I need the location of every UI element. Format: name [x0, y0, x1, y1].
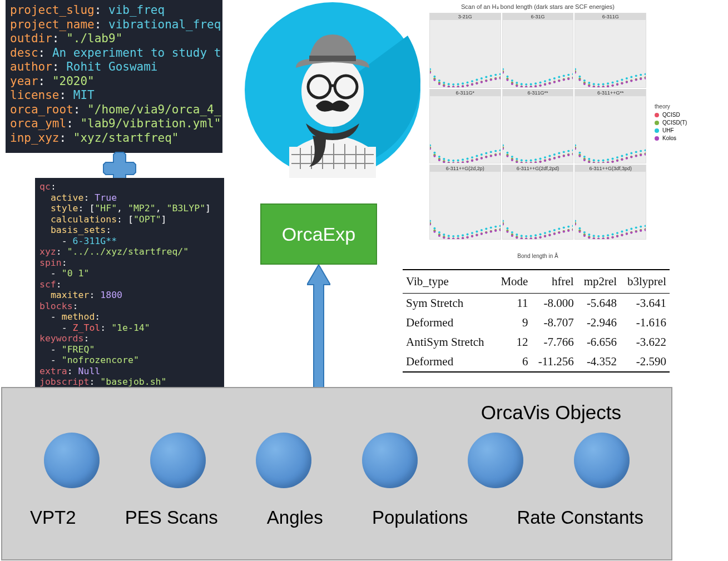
svg-point-206	[640, 78, 642, 80]
svg-point-322	[511, 159, 513, 161]
chart-facet: 6-31G	[502, 13, 574, 88]
svg-point-317	[562, 151, 564, 153]
svg-point-74	[476, 82, 478, 85]
svg-point-127	[572, 73, 573, 75]
orcavis-label: Angles	[267, 507, 323, 528]
svg-point-575	[645, 225, 646, 227]
svg-point-323	[516, 161, 518, 163]
table-row: Deformed9-8.707-2.946-1.616	[403, 313, 670, 332]
svg-point-500	[520, 235, 522, 237]
svg-point-124	[558, 76, 560, 78]
svg-point-126	[567, 74, 569, 76]
svg-point-50	[438, 80, 440, 82]
svg-point-190	[640, 74, 642, 76]
svg-point-392	[612, 161, 614, 163]
legend-item: QCISD(T)	[655, 120, 721, 126]
svg-point-579	[588, 237, 591, 239]
svg-point-433	[433, 227, 435, 230]
orcavis-label: VPT2	[30, 507, 76, 528]
svg-point-438	[457, 235, 459, 237]
svg-point-437	[452, 235, 454, 237]
config-yaml-2: qc: active: True style: ["HF", "MP2", "B…	[35, 178, 224, 388]
table-header: b3lyprel	[620, 270, 670, 294]
svg-point-242	[438, 156, 440, 158]
svg-point-203	[626, 81, 628, 83]
svg-point-309	[525, 160, 527, 162]
arrow-up-icon	[307, 265, 330, 388]
orcavis-title: OrcaVis Objects	[19, 401, 621, 424]
svg-point-179	[588, 82, 591, 84]
svg-point-240	[430, 144, 431, 146]
svg-point-460	[485, 232, 487, 234]
svg-point-369	[579, 151, 581, 153]
svg-point-378	[621, 155, 623, 157]
svg-point-62	[494, 74, 497, 76]
svg-point-504	[539, 234, 541, 236]
svg-point-563	[588, 234, 591, 236]
svg-point-262	[457, 162, 459, 163]
svg-point-58	[476, 79, 478, 81]
legend-dot-icon	[655, 121, 659, 125]
legend-item: Kolos	[655, 135, 721, 141]
svg-point-250	[476, 155, 478, 157]
legend-item: QCISD	[655, 112, 721, 118]
svg-point-66	[438, 83, 440, 85]
legend-dot-icon	[655, 113, 659, 117]
svg-point-185	[616, 80, 618, 82]
svg-point-118	[529, 83, 532, 86]
chart-legend: theory QCISD QCISD(T) UHF Kolos	[655, 103, 721, 143]
svg-point-561	[579, 227, 581, 230]
svg-point-304	[503, 144, 504, 146]
svg-point-386	[583, 159, 586, 161]
svg-point-376	[612, 157, 614, 160]
svg-point-329	[544, 160, 546, 162]
svg-point-510	[567, 226, 569, 228]
svg-point-123	[553, 77, 556, 80]
svg-point-49	[433, 76, 435, 78]
svg-point-75	[481, 81, 483, 83]
svg-point-334	[567, 154, 569, 156]
svg-point-204	[631, 80, 633, 82]
legend-item: UHF	[655, 127, 721, 133]
svg-point-377	[616, 156, 618, 158]
svg-point-252	[485, 152, 487, 154]
svg-point-266	[476, 158, 478, 161]
table-row: AntiSym Stretch12-7.766-6.656-3.622	[403, 332, 670, 352]
svg-point-453	[452, 238, 454, 239]
svg-point-186	[621, 79, 623, 81]
chart-xlabel: Bond length in Å	[429, 253, 646, 259]
svg-point-393	[616, 160, 618, 162]
svg-point-462	[494, 230, 497, 232]
svg-point-113	[506, 76, 508, 78]
svg-point-587	[626, 233, 628, 235]
svg-point-202	[621, 82, 623, 85]
svg-point-514	[511, 235, 513, 237]
svg-point-310	[529, 159, 532, 161]
svg-point-578	[583, 235, 586, 237]
svg-point-133	[525, 86, 527, 87]
svg-point-67	[443, 85, 445, 87]
svg-point-443	[481, 229, 483, 231]
svg-point-582	[602, 238, 605, 239]
svg-point-189	[635, 75, 637, 77]
svg-point-76	[485, 80, 487, 82]
svg-point-577	[579, 231, 581, 233]
svg-point-331	[553, 157, 556, 159]
svg-point-269	[490, 155, 492, 157]
svg-point-183	[607, 82, 609, 85]
svg-point-182	[602, 83, 605, 86]
svg-point-241	[433, 151, 435, 153]
svg-point-131	[516, 85, 518, 87]
chart-facet: 6-311G*	[429, 89, 501, 164]
svg-point-450	[438, 235, 440, 237]
svg-point-571	[626, 229, 628, 231]
svg-point-394	[621, 158, 623, 161]
svg-point-195	[588, 85, 591, 87]
svg-point-389	[598, 162, 600, 163]
svg-point-247	[462, 158, 464, 161]
chart-facet: 6-311G**	[502, 89, 574, 164]
chart-facet: 6-311++G**	[575, 89, 646, 164]
svg-point-380	[631, 152, 633, 154]
svg-point-248	[467, 157, 469, 160]
svg-point-306	[511, 156, 513, 158]
